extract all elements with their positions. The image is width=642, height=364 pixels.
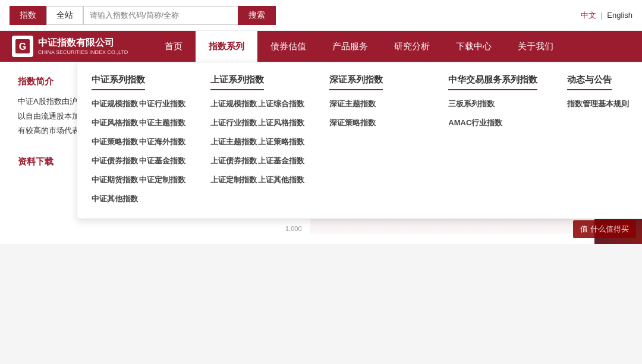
nav-bar: G 中证指数有限公司 CHINA SECURITIES INDEX CO.,LT…	[0, 31, 642, 62]
list-item[interactable]: 中证风格指数	[92, 115, 139, 131]
nav-home[interactable]: 首页	[152, 31, 196, 62]
dropdown-col4-items: 三板系列指数 AMAC行业指数	[448, 96, 543, 131]
dropdown-menu: 中证系列指数 中证规模指数 中证行业指数 中证风格指数 中证主题指数 中证策略指…	[77, 62, 642, 219]
list-item[interactable]: 中证策略指数	[92, 134, 139, 150]
list-item[interactable]: 上证定制指数	[210, 172, 258, 188]
nav-bond[interactable]: 债券估值	[257, 31, 319, 62]
logo-area: G 中证指数有限公司 CHINA SECURITIES INDEX CO.,LT…	[12, 36, 128, 57]
lang-en-link[interactable]: English	[607, 11, 632, 20]
dropdown-col-zhongzheng: 中证系列指数 中证规模指数 中证行业指数 中证风格指数 中证主题指数 中证策略指…	[92, 74, 187, 207]
top-bar-left: 指数 全站 搜索	[10, 6, 276, 25]
logo-text: 中证指数有限公司 CHINA SECURITIES INDEX CO.,LTD	[38, 37, 128, 56]
list-item[interactable]: 中证期货指数	[92, 172, 139, 188]
list-item[interactable]: 中证海外指数	[139, 134, 187, 150]
list-item[interactable]: 深证策略指数	[329, 115, 424, 131]
list-item[interactable]: 中证规模指数	[92, 96, 139, 112]
search-button[interactable]: 搜索	[238, 6, 276, 25]
list-item[interactable]: 中证债券指数	[92, 153, 139, 169]
dropdown-col5-items: 指数管理基本规则	[567, 96, 642, 112]
nav-index-series[interactable]: 指数系列 中证系列指数 中证规模指数 中证行业指数 中证风格指数 中证主题指数 …	[196, 31, 257, 62]
dropdown-col-shangzheng: 上证系列指数 上证规模指数 上证综合指数 上证行业指数 上证风格指数 上证主题指…	[210, 74, 306, 207]
list-item[interactable]: 三板系列指数	[448, 96, 543, 112]
list-item[interactable]: AMAC行业指数	[448, 115, 543, 131]
search-input[interactable]	[83, 6, 238, 25]
dropdown-col2-items: 上证规模指数 上证综合指数 上证行业指数 上证风格指数 上证主题指数 上证策略指…	[210, 96, 306, 188]
nav-products[interactable]: 产品服务	[319, 31, 381, 62]
logo-en-name: CHINA SECURITIES INDEX CO.,LTD	[38, 49, 128, 56]
search-box: 搜索	[83, 6, 276, 25]
list-item[interactable]: 中证基金指数	[139, 153, 187, 169]
dropdown-col4-header: 中华交易服务系列指数	[448, 74, 537, 90]
list-item[interactable]: 上证基金指数	[258, 153, 306, 169]
list-item[interactable]: 上证行业指数	[210, 115, 258, 131]
logo-svg: G	[14, 38, 31, 55]
list-item[interactable]: 上证规模指数	[210, 96, 258, 112]
dropdown-col-news: 动态与公告 指数管理基本规则	[567, 74, 642, 207]
nav-items: 首页 指数系列 中证系列指数 中证规模指数 中证行业指数 中证风格指数 中证主题…	[152, 31, 567, 62]
dropdown-col-zhonghua: 中华交易服务系列指数 三板系列指数 AMAC行业指数	[448, 74, 543, 207]
list-item[interactable]: 中证定制指数	[139, 172, 187, 188]
top-bar-right: 中文 | English	[581, 10, 632, 21]
y-label: 1,000	[285, 225, 302, 232]
dropdown-col1-header: 中证系列指数	[92, 74, 145, 90]
dropdown-col3-items: 深证主题指数 深证策略指数	[329, 96, 424, 131]
dropdown-col5-header: 动态与公告	[567, 74, 612, 90]
tab-all[interactable]: 全站	[46, 6, 83, 25]
nav-download[interactable]: 下载中心	[443, 31, 505, 62]
list-item[interactable]: 中证主题指数	[139, 115, 187, 131]
list-item[interactable]: 上证风格指数	[258, 115, 306, 131]
lang-divider: |	[600, 11, 602, 20]
dropdown-col1-items: 中证规模指数 中证行业指数 中证风格指数 中证主题指数 中证策略指数 中证海外指…	[92, 96, 187, 207]
list-item[interactable]: 中证其他指数	[92, 191, 139, 207]
nav-about[interactable]: 关于我们	[505, 31, 567, 62]
lang-cn-link[interactable]: 中文	[581, 11, 596, 20]
list-item[interactable]: 上证债券指数	[210, 153, 258, 169]
list-item[interactable]: 指数管理基本规则	[567, 96, 642, 112]
svg-text:G: G	[19, 42, 26, 52]
nav-research[interactable]: 研究分析	[381, 31, 443, 62]
list-item[interactable]: 上证主题指数	[210, 134, 258, 150]
list-item[interactable]: 深证主题指数	[329, 96, 424, 112]
list-item[interactable]: 上证策略指数	[258, 134, 306, 150]
list-item[interactable]: 上证综合指数	[258, 96, 306, 112]
logo-cn-name: 中证指数有限公司	[38, 37, 128, 49]
logo-icon: G	[12, 36, 33, 57]
top-bar: 指数 全站 搜索 中文 | English	[0, 0, 642, 31]
list-item[interactable]: 上证其他指数	[258, 172, 306, 188]
list-item[interactable]: 中证行业指数	[139, 96, 187, 112]
dropdown-col3-header: 深证系列指数	[329, 74, 383, 90]
dropdown-col-shenzheng: 深证系列指数 深证主题指数 深证策略指数	[329, 74, 424, 207]
tab-index[interactable]: 指数	[10, 6, 46, 25]
dropdown-col2-header: 上证系列指数	[210, 74, 264, 90]
watermark-badge: 值 什么值得买	[573, 220, 636, 238]
